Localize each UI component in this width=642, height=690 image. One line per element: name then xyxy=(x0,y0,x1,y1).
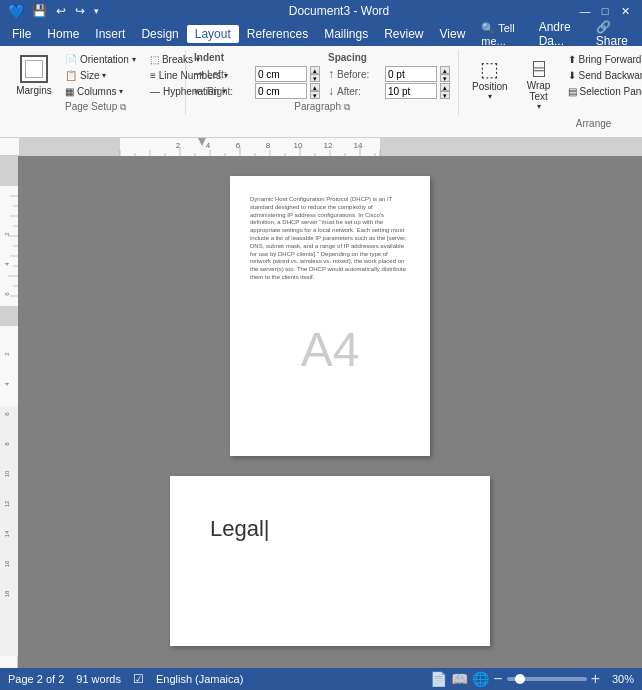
paragraph-label: Paragraph ⧉ xyxy=(194,99,450,113)
indent-right-icon: ⇤ xyxy=(194,84,204,98)
zoom-slider[interactable] xyxy=(507,677,587,681)
document-area: 2 4 6 2 4 6 8 10 12 14 16 18 Dynamic Hos… xyxy=(0,156,642,672)
indent-right-up[interactable]: ▴ xyxy=(310,83,320,91)
spacing-after-up[interactable]: ▴ xyxy=(440,83,450,91)
horizontal-ruler-container: 2 4 6 8 10 12 14 xyxy=(0,138,642,156)
menu-bar: File Home Insert Design Layout Reference… xyxy=(0,22,642,46)
svg-text:16: 16 xyxy=(4,560,10,567)
zoom-in-btn[interactable]: + xyxy=(591,670,600,688)
spacing-after-input[interactable] xyxy=(385,83,437,99)
vertical-ruler: 2 4 6 2 4 6 8 10 12 14 16 18 xyxy=(0,156,18,672)
indent-left-up[interactable]: ▴ xyxy=(310,66,320,74)
page-setup-controls: Margins 📄 Orientation ▾ 📋 Size ▾ ▦ Colum… xyxy=(12,52,179,99)
indent-left-row: ⇥ Left: ▴ ▾ xyxy=(194,66,320,82)
menu-user[interactable]: Andre Da... xyxy=(531,18,588,50)
arrange-col1: ⬚ Position ▾ xyxy=(465,52,515,106)
menu-references[interactable]: References xyxy=(239,25,316,43)
undo-quick-btn[interactable]: ↩ xyxy=(53,3,69,19)
svg-text:12: 12 xyxy=(4,500,10,507)
indent-right-input[interactable] xyxy=(255,83,307,99)
redo-quick-btn[interactable]: ↪ xyxy=(72,3,88,19)
margins-button[interactable]: Margins xyxy=(12,52,56,99)
menu-home[interactable]: Home xyxy=(39,25,87,43)
send-backward-button[interactable]: ⬇ Send Backward ▾ xyxy=(563,68,642,83)
position-button[interactable]: ⬚ Position ▾ xyxy=(465,52,515,106)
indent-spacing-controls: Indent ⇥ Left: ▴ ▾ ⇤ Right: ▴ xyxy=(194,52,450,99)
page-a4-text: Dynamic Host Configuration Protocol (DHC… xyxy=(250,196,410,282)
quick-access: 💾 ↩ ↪ ▾ xyxy=(29,3,102,19)
spacing-header: Spacing xyxy=(328,52,450,63)
page-a4-content: Dynamic Host Configuration Protocol (DHC… xyxy=(230,176,430,397)
wrap-text-chevron: ▾ xyxy=(537,102,541,111)
spacing-after-down[interactable]: ▾ xyxy=(440,91,450,99)
word-count: 91 words xyxy=(76,673,121,685)
menu-share[interactable]: 🔗 Share xyxy=(588,18,638,50)
customize-quick-btn[interactable]: ▾ xyxy=(91,5,102,17)
selection-pane-button[interactable]: ▤ Selection Pane xyxy=(563,84,642,99)
status-bar: Page 2 of 2 91 words ☑ English (Jamaica)… xyxy=(0,668,642,690)
menu-tell-me[interactable]: 🔍 Tell me... xyxy=(473,20,530,49)
menu-insert[interactable]: Insert xyxy=(87,25,133,43)
spell-check-icon[interactable]: ☑ xyxy=(133,672,144,686)
page-legal-label: Legal| xyxy=(190,496,470,562)
menu-mailings[interactable]: Mailings xyxy=(316,25,376,43)
svg-text:2: 2 xyxy=(176,141,181,150)
horizontal-ruler: 2 4 6 8 10 12 14 xyxy=(20,138,642,156)
indent-left-down[interactable]: ▾ xyxy=(310,74,320,82)
page-a4-label: A4 xyxy=(250,322,410,377)
web-layout-btn[interactable]: 🌐 xyxy=(472,671,489,687)
svg-text:10: 10 xyxy=(4,470,10,477)
spacing-after-row: ↓ After: ▴ ▾ xyxy=(328,83,450,99)
wrap-text-button[interactable]: ⌸ Wrap Text ▾ xyxy=(519,52,559,116)
indent-right-spinner: ▴ ▾ xyxy=(310,83,320,99)
page-a4: Dynamic Host Configuration Protocol (DHC… xyxy=(230,176,430,456)
zoom-level[interactable]: 30% xyxy=(604,673,634,685)
columns-button[interactable]: ▦ Columns ▾ xyxy=(60,84,141,99)
arrange-col3: ⬆ Bring Forward ▾ ⬇ Send Backward ▾ ▤ Se… xyxy=(563,52,642,99)
line-numbers-icon: ≡ xyxy=(150,70,156,81)
indent-left-spinner: ▴ ▾ xyxy=(310,66,320,82)
svg-text:6: 6 xyxy=(236,141,241,150)
menu-layout[interactable]: Layout xyxy=(187,25,239,43)
svg-text:12: 12 xyxy=(324,141,333,150)
app-icon: 💙 xyxy=(8,3,25,19)
margins-icon xyxy=(20,55,48,83)
indent-right-label: Right: xyxy=(207,86,252,97)
spacing-before-input[interactable] xyxy=(385,66,437,82)
ribbon: Margins 📄 Orientation ▾ 📋 Size ▾ ▦ Colum… xyxy=(0,46,642,138)
arrange-group: ⬚ Position ▾ ⌸ Wrap Text ▾ ⬆ Bring Forwa… xyxy=(459,50,642,131)
page-info: Page 2 of 2 xyxy=(8,673,64,685)
language[interactable]: English (Jamaica) xyxy=(156,673,243,685)
read-mode-btn[interactable]: 📖 xyxy=(451,671,468,687)
page-setup-col1: 📄 Orientation ▾ 📋 Size ▾ ▦ Columns ▾ xyxy=(60,52,141,99)
bring-forward-button[interactable]: ⬆ Bring Forward ▾ xyxy=(563,52,642,67)
zoom-thumb xyxy=(515,674,525,684)
spacing-before-up[interactable]: ▴ xyxy=(440,66,450,74)
spacing-after-label: After: xyxy=(337,86,382,97)
spacing-before-down[interactable]: ▾ xyxy=(440,74,450,82)
orientation-button[interactable]: 📄 Orientation ▾ xyxy=(60,52,141,67)
menu-file[interactable]: File xyxy=(4,25,39,43)
menu-design[interactable]: Design xyxy=(133,25,186,43)
zoom-out-btn[interactable]: − xyxy=(493,670,502,688)
size-button[interactable]: 📋 Size ▾ xyxy=(60,68,141,83)
indent-left-input[interactable] xyxy=(255,66,307,82)
hyphenation-icon: — xyxy=(150,86,160,97)
indent-header: Indent xyxy=(194,52,320,63)
status-right: 📄 📖 🌐 − + 30% xyxy=(430,670,634,688)
menu-review[interactable]: Review xyxy=(376,25,431,43)
page-setup-group: Margins 📄 Orientation ▾ 📋 Size ▾ ▦ Colum… xyxy=(6,50,186,115)
bring-forward-icon: ⬆ xyxy=(568,54,576,65)
page-legal: Legal| xyxy=(170,476,490,646)
app-title: Document3 - Word xyxy=(102,4,576,18)
position-chevron: ▾ xyxy=(488,92,492,101)
save-quick-btn[interactable]: 💾 xyxy=(29,3,50,19)
print-layout-btn[interactable]: 📄 xyxy=(430,671,447,687)
arrange-label: Arrange xyxy=(465,116,642,129)
indent-controls: Indent ⇥ Left: ▴ ▾ ⇤ Right: ▴ xyxy=(194,52,320,99)
menu-view[interactable]: View xyxy=(432,25,474,43)
svg-text:14: 14 xyxy=(354,141,363,150)
indent-right-down[interactable]: ▾ xyxy=(310,91,320,99)
spacing-before-label: Before: xyxy=(337,69,382,80)
spacing-before-spinner: ▴ ▾ xyxy=(440,66,450,82)
